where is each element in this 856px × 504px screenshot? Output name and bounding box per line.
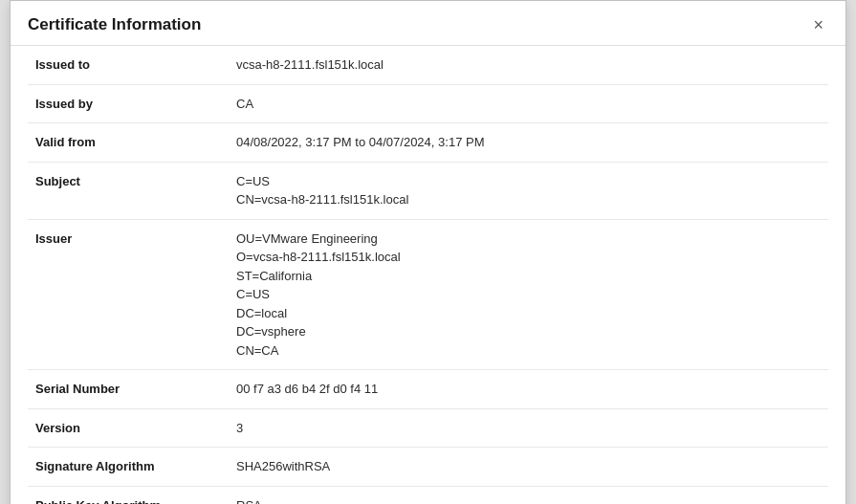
dialog-header: Certificate Information ×: [11, 1, 845, 46]
field-value: 3: [229, 408, 828, 448]
field-label: Serial Number: [28, 370, 229, 409]
certificate-info-table: Issued tovcsa-h8-2111.fsl151k.localIssue…: [28, 46, 828, 504]
table-row: Issued tovcsa-h8-2111.fsl151k.local: [28, 46, 828, 84]
field-value: 04/08/2022, 3:17 PM to 04/07/2024, 3:17 …: [229, 123, 828, 163]
close-button[interactable]: ×: [808, 14, 828, 35]
field-label: Issuer: [28, 219, 229, 370]
field-value: OU=VMware EngineeringO=vcsa-h8-2111.fsl1…: [229, 219, 828, 370]
field-value: CA: [229, 84, 828, 123]
field-label: Version: [28, 408, 229, 448]
table-row: Serial Number00 f7 a3 d6 b4 2f d0 f4 11: [28, 370, 828, 409]
field-label: Issued by: [28, 84, 229, 123]
certificate-info-dialog: Certificate Information × Issued tovcsa-…: [10, 0, 846, 504]
field-value: C=USCN=vcsa-h8-2111.fsl151k.local: [229, 162, 828, 219]
table-row: Public Key AlgorithmRSA: [28, 486, 828, 504]
table-row: SubjectC=USCN=vcsa-h8-2111.fsl151k.local: [28, 162, 828, 219]
field-label: Issued to: [28, 46, 229, 84]
table-row: IssuerOU=VMware EngineeringO=vcsa-h8-211…: [28, 219, 828, 370]
table-row: Version3: [28, 408, 828, 448]
table-row: Issued byCA: [28, 84, 828, 123]
field-value: vcsa-h8-2111.fsl151k.local: [229, 46, 828, 84]
field-value: 00 f7 a3 d6 b4 2f d0 f4 11: [229, 370, 828, 409]
field-label: Public Key Algorithm: [28, 486, 229, 504]
dialog-title: Certificate Information: [28, 15, 201, 34]
field-label: Signature Algorithm: [28, 448, 229, 487]
field-label: Subject: [28, 162, 229, 219]
field-value: RSA: [229, 486, 828, 504]
field-value: SHA256withRSA: [229, 448, 828, 487]
field-label: Valid from: [28, 123, 229, 163]
dialog-body: Issued tovcsa-h8-2111.fsl151k.localIssue…: [11, 46, 845, 504]
table-row: Valid from04/08/2022, 3:17 PM to 04/07/2…: [28, 123, 828, 163]
table-row: Signature AlgorithmSHA256withRSA: [28, 448, 828, 487]
